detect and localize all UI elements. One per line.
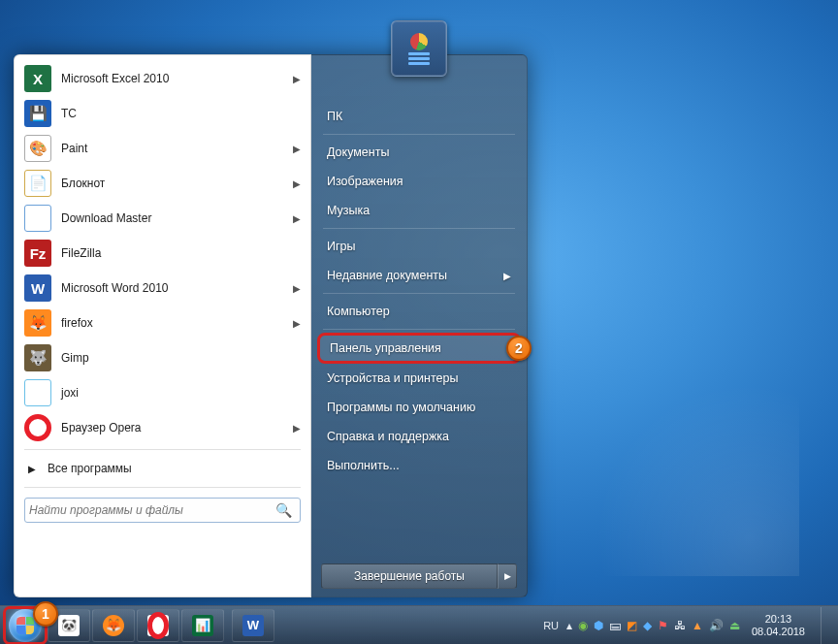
start-menu-programs-panel: XMicrosoft Excel 2010▶ 💾TC 🎨Paint▶ 📄Блок… [14, 54, 311, 597]
right-item-control-panel[interactable]: Панель управления 2 [317, 333, 521, 364]
shutdown-button-group: Завершение работы ▶ [321, 564, 517, 589]
tray-network-icon[interactable]: 🖧 [674, 619, 686, 632]
submenu-arrow-icon: ▶ [293, 144, 301, 154]
submenu-arrow-icon: ▶ [293, 178, 301, 189]
program-label: firefox [61, 316, 93, 330]
right-item-help[interactable]: Справка и поддержка [315, 422, 523, 451]
program-gimp[interactable]: 🐺Gimp [18, 340, 306, 375]
program-label: Microsoft Excel 2010 [61, 72, 169, 85]
taskbar: 1 🐼 🦊 📊 W RU ▴ ◉ ⬢ 🖴 ◩ ◆ ⚑ 🖧 ▲ 🔊 ⏏ 20:13… [0, 605, 838, 644]
tray-up-icon[interactable]: ▴ [566, 619, 572, 632]
program-label: TC [61, 107, 77, 120]
start-button[interactable]: 1 [4, 607, 47, 644]
program-label: FileZilla [61, 246, 101, 260]
program-label: Gimp [61, 351, 89, 365]
program-label: Download Master [61, 211, 151, 225]
tray-shield-icon[interactable]: ⚑ [658, 619, 668, 632]
annotation-badge-1: 1 [33, 601, 58, 627]
right-item-devices[interactable]: Устройства и принтеры [315, 364, 523, 393]
program-label: Браузер Opera [61, 421, 142, 435]
taskbar-item-word[interactable]: W [232, 609, 274, 642]
start-menu-right-panel: ПК Документы Изображения Музыка Игры Нед… [311, 54, 528, 597]
divider [323, 293, 515, 294]
clock-date: 08.04.2018 [752, 626, 805, 638]
submenu-arrow-icon: ▶ [293, 74, 301, 84]
control-panel-bars-icon [408, 52, 430, 65]
all-programs-label: Все программы [48, 462, 132, 475]
shutdown-options-button[interactable]: ▶ [498, 564, 517, 589]
system-tray: RU ▴ ◉ ⬢ 🖴 ◩ ◆ ⚑ 🖧 ▲ 🔊 ⏏ 20:13 08.04.201… [541, 607, 834, 644]
tray-disk-icon[interactable]: 🖴 [609, 619, 621, 632]
program-filezilla[interactable]: FzFileZilla [18, 236, 306, 271]
right-item-computer[interactable]: Компьютер [315, 297, 523, 326]
right-item-images[interactable]: Изображения [315, 167, 523, 196]
tray-warn-icon[interactable]: ▲ [692, 619, 703, 632]
taskbar-item-firefox[interactable]: 🦊 [92, 609, 135, 642]
control-panel-icon [410, 33, 428, 50]
taskbar-item-opera[interactable] [137, 609, 179, 642]
tray-app3-icon[interactable]: ◆ [643, 619, 652, 632]
right-item-games[interactable]: Игры [315, 232, 523, 261]
divider [323, 228, 515, 229]
all-programs[interactable]: ▶Все программы [18, 454, 306, 483]
program-joxi[interactable]: jjoxi [18, 375, 306, 410]
tray-app-icon[interactable]: ⬢ [594, 619, 603, 632]
right-item-run[interactable]: Выполнить... [315, 451, 523, 480]
start-menu: XMicrosoft Excel 2010▶ 💾TC 🎨Paint▶ 📄Блок… [14, 54, 528, 597]
submenu-arrow-icon: ▶ [293, 423, 301, 434]
program-firefox[interactable]: 🦊firefox▶ [18, 306, 306, 340]
clock-time: 20:13 [752, 613, 805, 626]
right-item-default-programs[interactable]: Программы по умолчанию [315, 393, 523, 422]
language-indicator[interactable]: RU [541, 620, 561, 631]
submenu-arrow-icon: ▶ [293, 213, 301, 224]
shutdown-button[interactable]: Завершение работы [321, 564, 498, 589]
program-excel[interactable]: XMicrosoft Excel 2010▶ [18, 61, 306, 96]
divider [323, 134, 515, 135]
tray-nvidia-icon[interactable]: ◉ [578, 619, 588, 632]
submenu-arrow-icon: ▶ [293, 283, 301, 294]
search-icon[interactable]: 🔍 [272, 502, 296, 518]
tray-safely-remove-icon[interactable]: ⏏ [729, 619, 740, 632]
taskbar-item-taskmgr[interactable]: 📊 [181, 609, 224, 642]
program-label: Microsoft Word 2010 [61, 281, 169, 295]
program-paint[interactable]: 🎨Paint▶ [18, 131, 306, 166]
submenu-arrow-icon: ▶ [503, 271, 511, 281]
program-tc[interactable]: 💾TC [18, 96, 306, 131]
right-item-recent[interactable]: Недавние документы▶ [315, 261, 523, 290]
tray-app2-icon[interactable]: ◩ [627, 619, 637, 632]
right-item-documents[interactable]: Документы [315, 138, 523, 167]
clock[interactable]: 20:13 08.04.2018 [746, 613, 811, 638]
triangle-icon: ▶ [28, 464, 36, 474]
submenu-arrow-icon: ▶ [293, 318, 301, 329]
divider [323, 329, 515, 330]
program-download-master[interactable]: ⬇Download Master▶ [18, 201, 306, 236]
desktop: XMicrosoft Excel 2010▶ 💾TC 🎨Paint▶ 📄Блок… [0, 0, 838, 644]
program-label: Paint [61, 142, 87, 155]
program-label: joxi [61, 386, 79, 400]
tray-volume-icon[interactable]: 🔊 [709, 619, 724, 632]
annotation-badge-2: 2 [506, 336, 532, 361]
user-avatar[interactable] [391, 20, 447, 77]
program-word[interactable]: WMicrosoft Word 2010▶ [18, 271, 306, 306]
right-item-pc[interactable]: ПК [315, 102, 523, 131]
program-opera[interactable]: Браузер Opera▶ [18, 410, 306, 445]
program-notepad[interactable]: 📄Блокнот▶ [18, 166, 306, 201]
divider [24, 449, 301, 450]
divider [24, 487, 301, 488]
search-input[interactable] [29, 503, 272, 517]
program-label: Блокнот [61, 177, 105, 190]
show-desktop-button[interactable] [821, 607, 830, 644]
right-item-music[interactable]: Музыка [315, 196, 523, 225]
search-box[interactable]: 🔍 [24, 498, 301, 523]
